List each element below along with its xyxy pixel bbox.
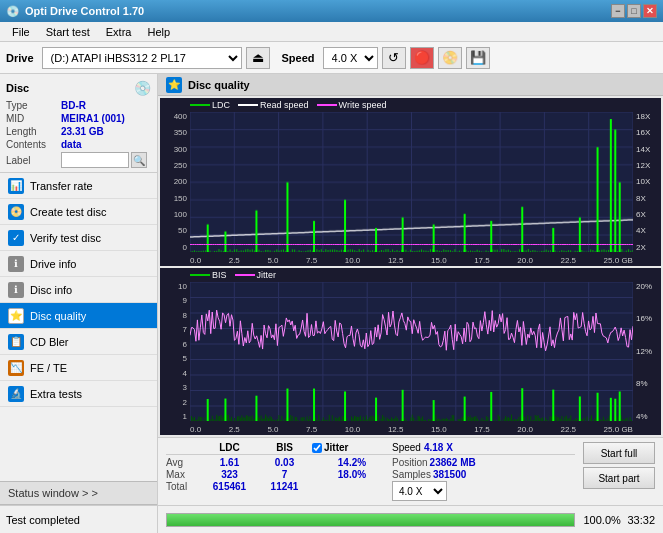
sidebar-item-fe-te[interactable]: 📉 FE / TE: [0, 355, 157, 381]
start-buttons: Start full Start part: [583, 442, 655, 489]
sidebar-item-create-test-disc[interactable]: 📀 Create test disc: [0, 199, 157, 225]
elapsed-time: 33:32: [627, 514, 655, 526]
drive-info-icon: ℹ: [8, 256, 24, 272]
stats-area: LDC BIS Jitter Speed 4.18 X Avg: [158, 437, 663, 505]
save-button[interactable]: 💾: [466, 47, 490, 69]
status-text: Test completed: [0, 506, 158, 533]
eject-button[interactable]: ⏏: [246, 47, 270, 69]
verify-test-disc-label: Verify test disc: [30, 232, 101, 244]
contents-label: Contents: [6, 139, 61, 150]
ldc-chart: LDC Read speed Write speed 4003503002502…: [160, 98, 661, 266]
ldc-max: 323: [202, 469, 257, 480]
avg-label: Avg: [166, 457, 202, 468]
minimize-button[interactable]: −: [611, 4, 625, 18]
progress-percent: 100.0%: [583, 514, 619, 526]
chart2-x-axis: 0.02.55.07.510.012.515.017.520.022.525.0…: [190, 425, 633, 434]
disc-quality-label: Disc quality: [30, 310, 86, 322]
jitter-total: [312, 481, 392, 501]
toolbar-btn-2[interactable]: 📀: [438, 47, 462, 69]
samples-cell: Samples 381500: [392, 469, 575, 480]
bis-header: BIS: [257, 442, 312, 453]
bis-legend-item: BIS: [190, 270, 227, 280]
refresh-button[interactable]: ↺: [382, 47, 406, 69]
maximize-button[interactable]: □: [627, 4, 641, 18]
menubar: File Start test Extra Help: [0, 22, 663, 42]
stats-speed-select[interactable]: 4.0 X2.0 X8.0 X: [392, 481, 447, 501]
length-value: 23.31 GB: [61, 126, 104, 137]
transfer-rate-label: Transfer rate: [30, 180, 93, 192]
chart1-y-axis-left: 400350300250200150100500: [160, 112, 190, 252]
disc-info-label: Disc info: [30, 284, 72, 296]
progress-bar-container: [166, 513, 575, 527]
menu-extra[interactable]: Extra: [98, 24, 140, 40]
app-icon: 💿: [6, 5, 20, 18]
label-input[interactable]: [61, 152, 129, 168]
disc-quality-title: Disc quality: [188, 79, 250, 91]
speed-value: 4.18 X: [424, 442, 453, 453]
create-test-disc-label: Create test disc: [30, 206, 106, 218]
bis-avg: 0.03: [257, 457, 312, 468]
disc-icon: 💿: [134, 80, 151, 96]
length-label: Length: [6, 126, 61, 137]
extra-tests-icon: 🔬: [8, 386, 24, 402]
close-button[interactable]: ✕: [643, 4, 657, 18]
mid-label: MID: [6, 113, 61, 124]
stats-headers: LDC BIS Jitter Speed 4.18 X: [166, 442, 575, 455]
start-full-button[interactable]: Start full: [583, 442, 655, 464]
progress-area: 100.0% 33:32: [158, 506, 663, 533]
position-label: Position: [392, 457, 428, 468]
speed-header: Speed: [392, 442, 421, 453]
disc-info-icon: ℹ: [8, 282, 24, 298]
jitter-checkbox[interactable]: [312, 443, 322, 453]
write-speed-legend-item: Write speed: [317, 100, 387, 110]
chart2-y-axis-right: 20%16%12%8%4%: [633, 282, 661, 422]
start-part-button[interactable]: Start part: [583, 467, 655, 489]
ldc-total: 615461: [202, 481, 257, 501]
jitter-legend-item: Jitter: [235, 270, 277, 280]
ldc-canvas: [190, 112, 633, 252]
toolbar-btn-1[interactable]: 🔴: [410, 47, 434, 69]
menu-start-test[interactable]: Start test: [38, 24, 98, 40]
label-search-button[interactable]: 🔍: [131, 152, 147, 168]
disc-quality-icon-nav: ⭐: [8, 308, 24, 324]
ldc-header: LDC: [202, 442, 257, 453]
disc-label-row: Label 🔍: [6, 152, 151, 168]
type-value: BD-R: [61, 100, 86, 111]
sidebar-item-extra-tests[interactable]: 🔬 Extra tests: [0, 381, 157, 407]
speed-select[interactable]: 4.0 X 2.0 X 8.0 X: [323, 47, 378, 69]
toolbar: Drive (D:) ATAPI iHBS312 2 PL17 ⏏ Speed …: [0, 42, 663, 74]
chart1-x-axis: 0.02.55.07.510.012.515.017.520.022.525.0…: [190, 256, 633, 265]
app-title: Opti Drive Control 1.70: [25, 5, 144, 17]
sidebar-item-cd-bler[interactable]: 📋 CD Bler: [0, 329, 157, 355]
disc-mid-row: MID MEIRA1 (001): [6, 113, 151, 124]
drive-label: Drive: [6, 52, 34, 64]
stats-table-section: LDC BIS Jitter Speed 4.18 X Avg: [166, 442, 575, 501]
bis-max: 7: [257, 469, 312, 480]
contents-value: data: [61, 139, 82, 150]
statusbar: Test completed 100.0% 33:32: [0, 505, 663, 533]
type-label: Type: [6, 100, 61, 111]
menu-help[interactable]: Help: [139, 24, 178, 40]
disc-quality-header: ⭐ Disc quality: [158, 74, 663, 96]
nav-list: 📊 Transfer rate 📀 Create test disc ✓ Ver…: [0, 173, 157, 407]
menu-file[interactable]: File: [4, 24, 38, 40]
drive-select[interactable]: (D:) ATAPI iHBS312 2 PL17: [42, 47, 242, 69]
sidebar-item-verify-test-disc[interactable]: ✓ Verify test disc: [0, 225, 157, 251]
left-panel: Disc 💿 Type BD-R MID MEIRA1 (001) Length…: [0, 74, 158, 505]
sidebar-item-drive-info[interactable]: ℹ Drive info: [0, 251, 157, 277]
max-label: Max: [166, 469, 202, 480]
jitter-header-cell: Jitter: [312, 442, 392, 453]
ldc-avg: 1.61: [202, 457, 257, 468]
status-window-button[interactable]: Status window > >: [0, 481, 157, 505]
avg-row: Avg 1.61 0.03 14.2% Position 23862 MB: [166, 457, 575, 468]
verify-test-disc-icon: ✓: [8, 230, 24, 246]
ldc-legend-item: LDC: [190, 100, 230, 110]
sidebar-item-disc-info[interactable]: ℹ Disc info: [0, 277, 157, 303]
sidebar-item-transfer-rate[interactable]: 📊 Transfer rate: [0, 173, 157, 199]
transfer-rate-icon: 📊: [8, 178, 24, 194]
disc-length-row: Length 23.31 GB: [6, 126, 151, 137]
right-panel: ⭐ Disc quality LDC Read speed: [158, 74, 663, 505]
speed-header-cell: Speed 4.18 X: [392, 442, 575, 453]
sidebar-item-disc-quality[interactable]: ⭐ Disc quality: [0, 303, 157, 329]
chart2-legend: BIS Jitter: [190, 270, 276, 280]
